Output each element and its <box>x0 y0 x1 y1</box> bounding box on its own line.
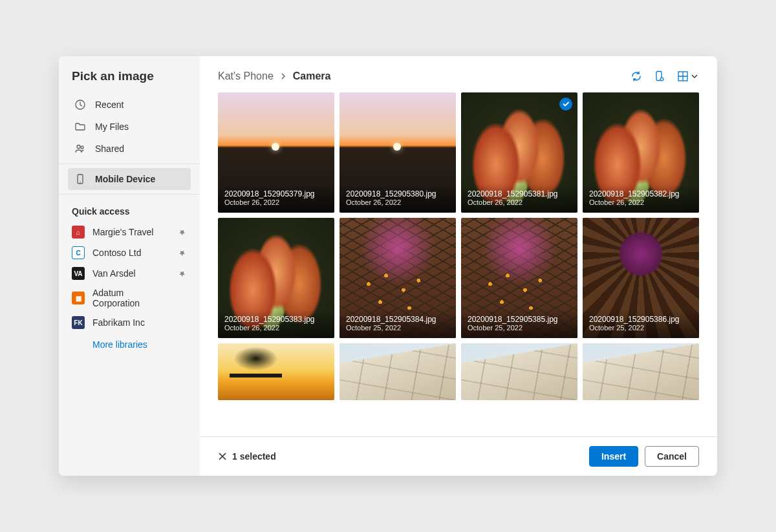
library-badge: VA <box>72 267 85 280</box>
image-caption: 20200918_152905382.jpgOctober 26, 2022 <box>583 184 699 213</box>
quick-access-item[interactable]: ⌂Margie's Travel <box>68 222 191 242</box>
phone-remove-icon[interactable] <box>654 70 665 82</box>
library-badge: ⌂ <box>72 226 85 239</box>
header: Kat's Phone Camera <box>200 56 717 92</box>
image-tile[interactable]: 20200918_152905379.jpgOctober 26, 2022 <box>218 92 334 213</box>
dialog-title: Pick an image <box>72 69 187 83</box>
file-date: October 26, 2022 <box>224 198 328 206</box>
file-name: 20200918_152905382.jpg <box>589 189 693 198</box>
divider <box>59 194 200 195</box>
divider <box>59 164 200 164</box>
file-picker-dialog: Pick an image RecentMy FilesSharedMobile… <box>59 56 717 476</box>
image-thumbnail <box>461 343 577 400</box>
breadcrumb-parent[interactable]: Kat's Phone <box>218 70 274 82</box>
image-tile[interactable] <box>218 343 334 400</box>
nav-item-label: My Files <box>95 122 129 132</box>
file-name: 20200918_152905385.jpg <box>468 315 571 324</box>
file-date: October 26, 2022 <box>589 198 693 206</box>
main-panel: Kat's Phone Camera 20200918_152905379.jp… <box>200 56 717 476</box>
pin-icon[interactable] <box>178 248 187 257</box>
clear-selection-button[interactable]: 1 selected <box>218 451 276 462</box>
chevron-right-icon <box>280 73 286 80</box>
file-date: October 25, 2022 <box>589 324 693 332</box>
image-caption: 20200918_152905381.jpgOctober 26, 2022 <box>461 184 577 213</box>
breadcrumb: Kat's Phone Camera <box>218 70 330 82</box>
image-caption: 20200918_152905383.jpgOctober 26, 2022 <box>218 310 334 338</box>
insert-button[interactable]: Insert <box>589 446 638 467</box>
footer: 1 selected Insert Cancel <box>200 436 717 476</box>
image-caption: 20200918_152905380.jpgOctober 26, 2022 <box>339 184 456 213</box>
image-thumbnail <box>339 343 456 400</box>
close-icon <box>218 452 227 461</box>
image-tile[interactable]: 20200918_152905383.jpgOctober 26, 2022 <box>218 218 334 338</box>
image-tile[interactable]: 20200918_152905384.jpgOctober 25, 2022 <box>339 218 456 338</box>
image-tile[interactable]: 20200918_152905386.jpgOctober 25, 2022 <box>583 218 699 338</box>
library-badge: FK <box>72 316 85 329</box>
pin-icon[interactable] <box>178 228 187 237</box>
file-name: 20200918_152905386.jpg <box>589 315 693 324</box>
nav-item-shared[interactable]: Shared <box>68 138 191 160</box>
quick-access-label: Van Arsdel <box>92 268 170 279</box>
image-tile[interactable] <box>583 343 699 400</box>
quick-access-label: Fabrikam Inc <box>92 317 170 328</box>
nav-item-my-files[interactable]: My Files <box>68 116 191 138</box>
quick-access-item[interactable]: FKFabrikam Inc <box>68 312 191 333</box>
nav-item-recent[interactable]: Recent <box>68 94 191 116</box>
image-tile[interactable]: 20200918_152905385.jpgOctober 25, 2022 <box>461 218 577 338</box>
phone-icon <box>74 173 86 185</box>
image-tile[interactable]: 20200918_152905382.jpgOctober 26, 2022 <box>583 92 699 213</box>
image-thumbnail <box>218 343 334 400</box>
image-tile[interactable]: 20200918_152905381.jpgOctober 26, 2022 <box>461 92 577 213</box>
clock-icon <box>74 99 86 111</box>
image-tile[interactable] <box>339 343 456 400</box>
file-name: 20200918_152905383.jpg <box>224 315 328 324</box>
image-grid: 20200918_152905379.jpgOctober 26, 202220… <box>200 92 717 436</box>
image-thumbnail <box>583 343 699 400</box>
selected-check-icon <box>559 98 572 111</box>
image-caption: 20200918_152905385.jpgOctober 25, 2022 <box>461 310 577 338</box>
quick-access-heading: Quick access <box>72 206 187 217</box>
file-name: 20200918_152905379.jpg <box>224 189 328 198</box>
nav-item-mobile-device[interactable]: Mobile Device <box>68 168 191 190</box>
cancel-button[interactable]: Cancel <box>645 446 699 467</box>
quick-access-label: Contoso Ltd <box>92 248 170 258</box>
nav-item-label: Mobile Device <box>95 174 155 184</box>
file-name: 20200918_152905380.jpg <box>346 189 449 198</box>
nav-item-label: Shared <box>95 144 124 154</box>
quick-access-item[interactable]: ▦Adatum Corporation <box>68 284 191 312</box>
file-date: October 26, 2022 <box>224 324 328 332</box>
selection-count: 1 selected <box>232 451 276 462</box>
grid-icon <box>677 70 689 82</box>
more-libraries-link[interactable]: More libraries <box>68 333 191 354</box>
quick-access-item[interactable]: VAVan Arsdel <box>68 263 191 284</box>
pin-icon[interactable] <box>178 269 187 278</box>
breadcrumb-current: Camera <box>293 70 331 82</box>
quick-access-label: Margie's Travel <box>92 227 170 237</box>
image-tile[interactable]: 20200918_152905380.jpgOctober 26, 2022 <box>339 92 456 213</box>
image-caption: 20200918_152905386.jpgOctober 25, 2022 <box>583 310 699 338</box>
file-date: October 25, 2022 <box>468 324 571 332</box>
svg-point-4 <box>80 182 81 183</box>
people-icon <box>74 143 86 154</box>
quick-access-item[interactable]: CContoso Ltd <box>68 242 191 263</box>
sidebar: Pick an image RecentMy FilesSharedMobile… <box>59 56 200 476</box>
image-tile[interactable] <box>461 343 577 400</box>
library-badge: ▦ <box>72 292 85 304</box>
refresh-icon[interactable] <box>630 70 642 82</box>
chevron-down-icon <box>690 72 699 81</box>
library-badge: C <box>72 246 85 259</box>
file-date: October 25, 2022 <box>346 324 449 332</box>
svg-point-2 <box>81 146 83 149</box>
file-name: 20200918_152905384.jpg <box>346 315 449 324</box>
view-mode-button[interactable] <box>677 70 699 82</box>
svg-point-1 <box>77 145 80 149</box>
file-name: 20200918_152905381.jpg <box>468 189 571 198</box>
file-date: October 26, 2022 <box>346 198 449 206</box>
toolbar <box>630 70 699 82</box>
folder-icon <box>74 121 86 133</box>
image-caption: 20200918_152905379.jpgOctober 26, 2022 <box>218 184 334 213</box>
file-date: October 26, 2022 <box>468 198 571 206</box>
quick-access-label: Adatum Corporation <box>92 288 170 308</box>
nav-item-label: Recent <box>95 100 124 110</box>
image-caption: 20200918_152905384.jpgOctober 25, 2022 <box>339 310 456 338</box>
